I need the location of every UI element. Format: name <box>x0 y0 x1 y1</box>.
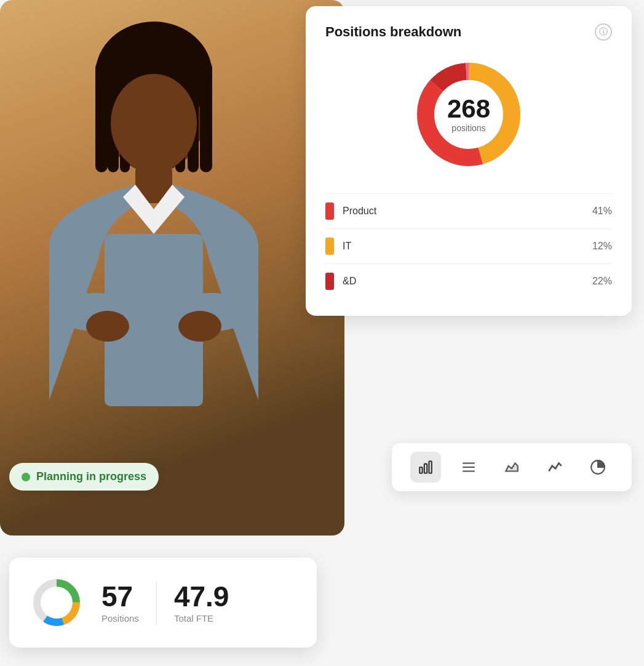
positions-stat: 57 Positions <box>101 582 139 624</box>
legend-color-rd <box>325 273 334 290</box>
positions-label: Positions <box>101 613 139 624</box>
donut-chart: 268 positions <box>407 53 530 176</box>
stats-divider <box>156 581 157 624</box>
legend-rd: &D 22% <box>325 263 612 299</box>
donut-label: positions <box>447 123 490 133</box>
legend-pct-it: 12% <box>592 241 612 252</box>
chart-toolbar <box>392 443 632 491</box>
planning-dot <box>22 473 30 481</box>
svg-point-14 <box>178 311 221 342</box>
legend-pct-product: 41% <box>592 206 612 217</box>
line-chart-button[interactable] <box>539 452 570 483</box>
fte-label: Total FTE <box>174 613 229 624</box>
fte-number: 47.9 <box>174 582 229 611</box>
legend-name-product: Product <box>343 206 592 217</box>
stats-card: 57 Positions 47.9 Total FTE <box>9 558 317 648</box>
area-chart-button[interactable] <box>496 452 527 483</box>
planning-badge: Planning in progress <box>9 463 159 491</box>
legend-it: IT 12% <box>325 228 612 263</box>
donut-number: 268 <box>447 96 490 122</box>
donut-center: 268 positions <box>447 96 490 133</box>
legend-name-rd: &D <box>343 276 592 287</box>
positions-number: 57 <box>101 582 139 611</box>
positions-breakdown-card: Positions breakdown ⓘ 268 positions <box>306 6 632 316</box>
card-header: Positions breakdown ⓘ <box>325 23 612 41</box>
list-chart-button[interactable] <box>453 452 484 483</box>
person-photo <box>0 0 344 536</box>
svg-point-10 <box>111 74 197 172</box>
svg-rect-9 <box>200 62 212 172</box>
card-title: Positions breakdown <box>325 24 461 40</box>
bar-chart-button[interactable] <box>410 452 441 483</box>
info-icon[interactable]: ⓘ <box>595 23 612 41</box>
svg-rect-21 <box>429 461 431 473</box>
pie-chart-button[interactable] <box>582 452 613 483</box>
donut-chart-container: 268 positions <box>325 53 612 176</box>
legend-pct-rd: 22% <box>592 276 612 287</box>
legend-color-it <box>325 238 334 255</box>
stats-donut <box>29 575 84 630</box>
svg-rect-2 <box>95 62 108 172</box>
legend-color-product <box>325 203 334 220</box>
legend-product: Product 41% <box>325 193 612 228</box>
svg-rect-19 <box>419 467 422 473</box>
legend-name-it: IT <box>343 241 592 252</box>
planning-text: Planning in progress <box>36 470 146 483</box>
svg-rect-20 <box>424 464 427 473</box>
svg-point-13 <box>86 311 129 342</box>
fte-stat: 47.9 Total FTE <box>174 582 229 624</box>
